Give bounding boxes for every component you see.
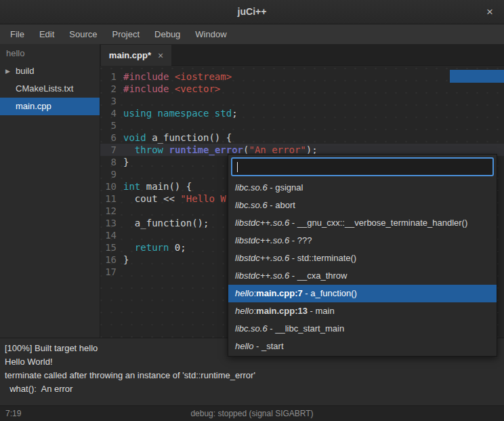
code-line-4[interactable]: 4using namespace std;: [100, 107, 504, 119]
code-text: #include <vector>: [117, 83, 220, 95]
code-text: using namespace std;: [117, 107, 238, 119]
code-text: [117, 119, 123, 132]
backtrace-item-1[interactable]: libc.so.6 - gsignal: [228, 179, 497, 197]
backtrace-text: hello: [235, 306, 253, 316]
backtrace-text: libstdc++.so.6: [235, 218, 289, 228]
line-number: 8: [100, 156, 117, 168]
menu-edit[interactable]: Edit: [32, 26, 62, 43]
output-line-2: Hello World!: [5, 355, 499, 369]
output-line-4: what(): An error: [5, 382, 499, 396]
line-number: 1: [100, 71, 117, 83]
backtrace-text: - abort: [268, 200, 295, 210]
code-text: a_function();: [117, 217, 209, 229]
backtrace-item-5[interactable]: libstdc++.so.6 - std::terminate(): [228, 249, 497, 267]
code-token: cout <<: [123, 193, 180, 204]
code-text: [117, 95, 123, 107]
code-token: main() {: [140, 181, 192, 192]
code-token: return: [135, 242, 169, 253]
backtrace-popup: libc.so.6 - gsignallibc.so.6 - abortlibs…: [228, 154, 497, 357]
backtrace-item-8[interactable]: hello:main.cpp:13 - main: [228, 302, 497, 320]
line-number: 4: [100, 107, 117, 119]
backtrace-item-3[interactable]: libstdc++.so.6 - __gnu_cxx::__verbose_te…: [228, 214, 497, 232]
text-cursor: [237, 162, 238, 172]
code-token: a_function() {: [146, 132, 232, 143]
menu-window[interactable]: Window: [188, 26, 234, 43]
code-token: #include: [123, 71, 175, 82]
tree-item-label: main.cpp: [16, 101, 51, 111]
line-number: 5: [100, 119, 117, 132]
menu-file[interactable]: File: [3, 26, 32, 43]
backtrace-text: - __libc_start_main: [268, 323, 344, 334]
code-line-1[interactable]: 1#include <iostream>: [100, 71, 504, 83]
backtrace-item-9[interactable]: libc.so.6 - __libc_start_main: [228, 320, 497, 338]
code-token: 0;: [169, 242, 186, 253]
app-window: juCi++ × FileEditSourceProjectDebugWindo…: [0, 0, 504, 421]
code-line-6[interactable]: 6void a_function() {: [100, 132, 504, 144]
line-number: 9: [100, 168, 117, 180]
popup-input-wrap: [228, 155, 497, 179]
backtrace-text: - _start: [253, 341, 283, 351]
code-token: }: [123, 157, 129, 167]
backtrace-item-10[interactable]: hello - _start: [228, 338, 497, 355]
code-line-5[interactable]: 5: [100, 119, 504, 132]
code-text: [117, 205, 123, 217]
line-number: 14: [100, 229, 117, 241]
tabbar: main.cpp* ×: [100, 44, 504, 66]
backtrace-item-2[interactable]: libc.so.6 - abort: [228, 197, 497, 214]
expander-icon[interactable]: ▶: [5, 62, 10, 80]
project-name: hello: [0, 44, 100, 62]
code-token: }: [123, 254, 129, 265]
menu-source[interactable]: Source: [62, 26, 104, 43]
sidebar: hello ▶buildCMakeLists.txtmain.cpp: [0, 44, 100, 338]
tree-item-main-cpp[interactable]: main.cpp: [0, 98, 100, 115]
tab-main-cpp[interactable]: main.cpp* ×: [101, 45, 171, 66]
tree-item-cmakelists-txt[interactable]: CMakeLists.txt: [0, 80, 100, 98]
backtrace-text: libstdc++.so.6: [235, 270, 289, 281]
backtrace-text: main.cpp:7: [256, 288, 303, 298]
menubar: FileEditSourceProjectDebugWindow: [0, 24, 504, 44]
backtrace-text: libc.so.6: [235, 323, 268, 334]
code-token: throw: [135, 144, 163, 155]
code-text: [117, 229, 123, 241]
tree-item-build[interactable]: ▶build: [0, 62, 100, 80]
backtrace-text: - main: [308, 306, 335, 316]
menu-project[interactable]: Project: [105, 26, 147, 43]
titlebar[interactable]: juCi++ ×: [0, 0, 504, 24]
code-token: [123, 242, 135, 253]
code-text: #include <iostream>: [117, 71, 232, 83]
line-number: 2: [100, 83, 117, 95]
close-icon[interactable]: ×: [482, 5, 497, 20]
line-number: 13: [100, 217, 117, 229]
line-number: 3: [100, 95, 117, 107]
tab-close-icon[interactable]: ×: [158, 50, 163, 61]
backtrace-item-7[interactable]: hello:main.cpp:7 - a_function(): [228, 285, 497, 302]
code-text: }: [117, 156, 129, 168]
backtrace-text: - std::terminate(): [289, 253, 356, 263]
line-number: 7: [100, 144, 117, 156]
code-text: [117, 266, 123, 278]
backtrace-text: libstdc++.so.6: [235, 235, 289, 245]
line-number: 16: [100, 254, 117, 266]
backtrace-item-6[interactable]: libstdc++.so.6 - __cxa_throw: [228, 267, 497, 285]
backtrace-text: - __cxa_throw: [289, 270, 347, 281]
backtrace-search-input[interactable]: [231, 157, 494, 176]
output-line-3: terminate called after throwing an insta…: [5, 369, 499, 382]
scrollbar-thumb[interactable]: [450, 70, 504, 83]
code-token: using namespace std: [123, 108, 232, 119]
tree-item-label: CMakeLists.txt: [16, 83, 73, 94]
backtrace-text: - a_function(): [303, 288, 357, 298]
code-token: int: [123, 181, 140, 192]
code-token: #include: [123, 83, 175, 94]
code-line-3[interactable]: 3: [100, 95, 504, 107]
code-line-2[interactable]: 2#include <vector>: [100, 83, 504, 95]
menu-debug[interactable]: Debug: [147, 26, 188, 43]
code-text: return 0;: [117, 241, 186, 254]
line-number: 6: [100, 132, 117, 144]
backtrace-item-4[interactable]: libstdc++.so.6 - ???: [228, 232, 497, 249]
backtrace-list: libc.so.6 - gsignallibc.so.6 - abortlibs…: [228, 179, 497, 356]
code-token: <vector>: [175, 83, 220, 94]
backtrace-text: - gsignal: [268, 182, 303, 193]
line-number: 12: [100, 205, 117, 217]
tree-item-label: build: [16, 66, 34, 76]
backtrace-text: main.cpp:13: [256, 306, 308, 316]
